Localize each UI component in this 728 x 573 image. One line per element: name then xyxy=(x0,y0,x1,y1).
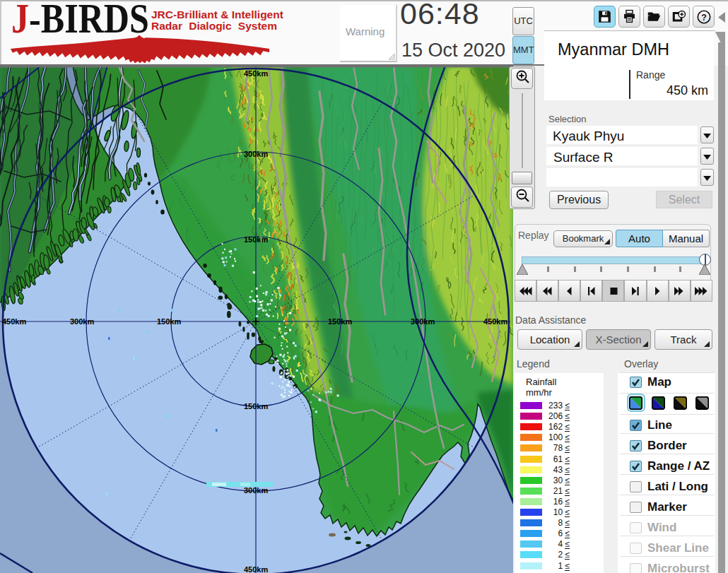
svg-text:300km: 300km xyxy=(244,150,268,158)
svg-text:450km: 450km xyxy=(244,69,268,78)
svg-text:300km: 300km xyxy=(70,317,94,326)
svg-text:300km: 300km xyxy=(411,317,435,326)
svg-text:150km: 150km xyxy=(157,317,181,326)
svg-text:450km: 450km xyxy=(244,565,268,573)
svg-text:150km: 150km xyxy=(244,402,268,410)
svg-text:150km: 150km xyxy=(328,317,352,326)
svg-text:150km: 150km xyxy=(244,235,268,244)
svg-text:450km: 450km xyxy=(2,317,26,326)
svg-text:300km: 300km xyxy=(244,486,268,495)
svg-text:?: ? xyxy=(701,13,707,23)
svg-text:450km: 450km xyxy=(483,317,507,326)
